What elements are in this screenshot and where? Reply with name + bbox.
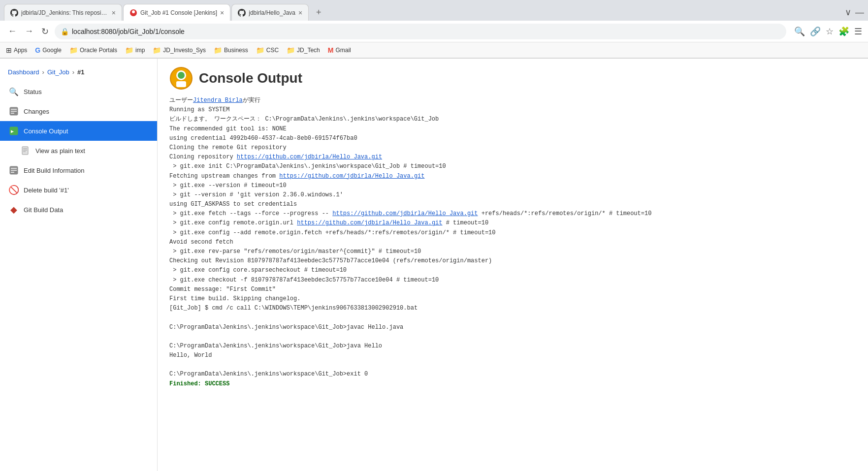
forward-button[interactable]: → xyxy=(23,24,35,38)
search-icon[interactable]: 🔍 xyxy=(794,26,805,37)
share-icon[interactable]: 🔗 xyxy=(810,26,821,37)
bookmark-imp[interactable]: 📁 imp xyxy=(125,46,145,54)
breadcrumb-git-job[interactable]: Git_Job xyxy=(47,68,69,76)
tab-bar-minimize[interactable]: ∨ xyxy=(845,7,851,18)
svg-rect-19 xyxy=(176,81,186,87)
git-build-data-icon: ◆ xyxy=(8,204,20,216)
tab-title-1: jdbirla/JD_Jenkins: This repositor... xyxy=(21,9,109,16)
tab-close-1[interactable]: × xyxy=(112,9,116,17)
console-output-body: ユーザーJitendra Birlaが実行 Running as SYSTEM … xyxy=(169,96,856,389)
line-git-fetch: > git.exe fetch --tags --force --progres… xyxy=(169,209,856,219)
bookmark-business[interactable]: 📁 Business xyxy=(214,46,248,54)
gmail-icon: M xyxy=(328,46,334,54)
tab-hello-java[interactable]: jdbirla/Hello_Java × xyxy=(231,4,309,21)
line-cmd: [Git_Job] $ cmd /c call C:\WINDOWS\TEMP\… xyxy=(169,304,856,313)
line-javac: C:\ProgramData\Jenkins\.jenkins\workspac… xyxy=(169,323,856,332)
line-exit: C:\ProgramData\Jenkins\.jenkins\workspac… xyxy=(169,370,856,379)
console-title: Console Output xyxy=(199,70,302,86)
tab-close-3[interactable]: × xyxy=(298,9,302,17)
line-hello-world: Hello, World xyxy=(169,351,856,360)
tab-title-3: jdbirla/Hello_Java xyxy=(249,9,295,16)
line-user: ユーザーJitendra Birlaが実行 xyxy=(169,96,856,105)
reload-button[interactable]: ↻ xyxy=(39,24,51,39)
tab-bar: jdbirla/JD_Jenkins: This repositor... × … xyxy=(0,0,868,21)
business-icon: 📁 xyxy=(214,46,222,54)
line-first-build: First time build. Skipping changelog. xyxy=(169,294,856,304)
bookmark-jd-tech[interactable]: 📁 JD_Tech xyxy=(287,46,320,54)
console-output-icon: ▶ xyxy=(8,125,20,137)
config-url-link[interactable]: https://github.com/jdbirla/Hello_Java.gi… xyxy=(297,220,442,226)
line-commit-message: Commit message: "First Commit" xyxy=(169,285,856,294)
google-icon: G xyxy=(35,46,40,54)
tab-git-job-console[interactable]: Git_Job #1 Console [Jenkins] × xyxy=(123,4,230,21)
tab-close-2[interactable]: × xyxy=(220,9,224,17)
sidebar-item-changes[interactable]: Changes xyxy=(0,101,157,121)
sidebar-label-git-build-data: Git Build Data xyxy=(24,206,63,214)
sidebar-label-changes: Changes xyxy=(24,108,49,115)
line-git-version-1: > git.exe --version # timeout=10 xyxy=(169,181,856,190)
sidebar-label-view-plain-text: View as plain text xyxy=(35,147,85,155)
line-checkout-revision: Checking out Revision 8107978787af413eeb… xyxy=(169,256,856,266)
tab-jdbirla-jenkins[interactable]: jdbirla/JD_Jenkins: This repositor... × xyxy=(4,4,122,21)
bookmarks-bar: ⊞ Apps G Google 📁 Oracle Portals 📁 imp 📁… xyxy=(0,42,868,58)
csc-icon: 📁 xyxy=(256,46,264,54)
sidebar-item-edit-build-info[interactable]: Edit Build Information xyxy=(0,160,157,180)
line-sparse-checkout: > git.exe config core.sparsecheckout # t… xyxy=(169,266,856,275)
github-icon-3 xyxy=(238,9,246,17)
line-git-config-fetch: > git.exe config --add remote.origin.fet… xyxy=(169,228,856,238)
line-blank-2 xyxy=(169,332,856,342)
sidebar-item-view-plain-text[interactable]: View as plain text xyxy=(0,141,157,160)
bookmark-icon[interactable]: ☆ xyxy=(826,26,834,37)
sidebar-label-status: Status xyxy=(24,88,42,95)
jd-tech-icon: 📁 xyxy=(287,46,295,54)
tab-bar-close[interactable]: — xyxy=(855,7,864,18)
jd-investo-icon: 📁 xyxy=(153,46,161,54)
svg-point-18 xyxy=(178,72,185,79)
jenkins-logo xyxy=(169,66,193,90)
menu-icon[interactable]: ☰ xyxy=(854,26,862,37)
back-button[interactable]: ← xyxy=(6,24,19,38)
changes-icon xyxy=(8,105,20,117)
bookmark-gmail[interactable]: M Gmail xyxy=(328,46,351,54)
bookmark-apps[interactable]: ⊞ Apps xyxy=(6,46,27,54)
sidebar-label-console-output: Console Output xyxy=(24,127,68,135)
nav-bar: ← → ↻ 🔒 localhost:8080/job/Git_Job/1/con… xyxy=(0,21,868,42)
line-rev-parse: > git.exe rev-parse "refs/remotes/origin… xyxy=(169,247,856,256)
user-link[interactable]: Jitendra Birla xyxy=(193,97,243,104)
line-blank-1 xyxy=(169,313,856,322)
fetch-tags-link[interactable]: https://github.com/jdbirla/Hello_Java.gi… xyxy=(332,210,478,217)
sidebar-item-status[interactable]: 🔍 Status xyxy=(0,82,157,101)
apps-icon: ⊞ xyxy=(6,46,12,54)
bookmark-google[interactable]: G Google xyxy=(35,46,62,54)
breadcrumb-dashboard[interactable]: Dashboard xyxy=(8,68,39,76)
address-bar[interactable]: 🔒 localhost:8080/job/Git_Job/1/console xyxy=(55,24,786,39)
breadcrumb: Dashboard › Git_Job › #1 xyxy=(0,64,157,82)
bookmark-business-label: Business xyxy=(224,47,248,54)
sidebar-item-console-output[interactable]: ▶ Console Output xyxy=(0,121,157,141)
clone-repo-link[interactable]: https://github.com/jdbirla/Hello_Java.gi… xyxy=(237,154,382,160)
extensions-icon[interactable]: 🧩 xyxy=(838,26,849,37)
line-git-version-2: > git --version # 'git version 2.36.0.wi… xyxy=(169,190,856,200)
sidebar: Dashboard › Git_Job › #1 🔍 Status Change… xyxy=(0,59,158,471)
jenkins-tab-icon xyxy=(129,9,137,17)
oracle-icon: 📁 xyxy=(69,46,78,54)
line-build-workspace: ビルドします。 ワークスペース： C:\ProgramData\Jenkins\… xyxy=(169,115,856,124)
sidebar-item-delete-build[interactable]: 🚫 Delete build '#1' xyxy=(0,180,157,200)
new-tab-button[interactable]: + xyxy=(312,5,325,19)
bookmark-oracle[interactable]: 📁 Oracle Portals xyxy=(69,46,117,54)
bookmark-csc[interactable]: 📁 CSC xyxy=(256,46,279,54)
sidebar-label-delete-build: Delete build '#1' xyxy=(24,187,69,194)
sidebar-item-git-build-data[interactable]: ◆ Git Build Data xyxy=(0,200,157,220)
lock-icon: 🔒 xyxy=(61,28,69,35)
console-header: Console Output xyxy=(169,66,856,90)
fetch-link[interactable]: https://github.com/jdbirla/Hello_Java.gi… xyxy=(279,173,424,180)
svg-text:▶: ▶ xyxy=(11,128,14,134)
bookmark-csc-label: CSC xyxy=(266,47,279,54)
edit-build-icon xyxy=(8,164,20,176)
bookmark-oracle-label: Oracle Portals xyxy=(80,47,117,54)
sidebar-label-edit-build-info: Edit Build Information xyxy=(24,167,85,174)
line-credential: using credential 4992b460-4537-4cab-8eb0… xyxy=(169,134,856,143)
content-area: Console Output ユーザーJitendra Birlaが実行 Run… xyxy=(158,59,868,471)
line-running-as: Running as SYSTEM xyxy=(169,105,856,115)
bookmark-jd-investo[interactable]: 📁 JD_Investo_Sys xyxy=(153,46,206,54)
